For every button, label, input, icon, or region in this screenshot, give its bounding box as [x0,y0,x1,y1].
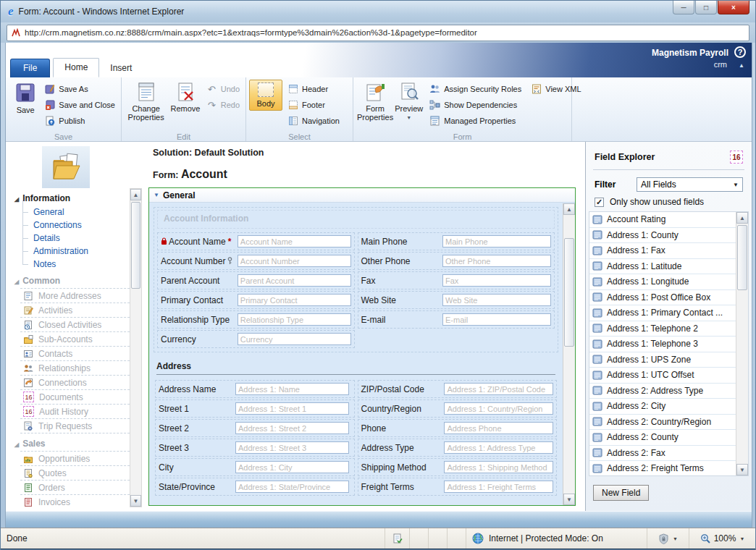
scroll-down-icon[interactable]: ▼ [563,494,575,505]
field-input[interactable] [444,481,553,493]
section-account-information[interactable]: Account Information Account Name * [154,207,558,352]
field-input[interactable] [444,441,553,454]
field-list-item[interactable]: Address 1: UTC Offset [589,368,736,384]
field-account-name[interactable]: Account Name * [157,232,355,250]
tree-section-common[interactable]: ◢Common [7,274,142,288]
field-list-item[interactable]: Address 2: City [589,399,736,415]
nav-item-closed-activities[interactable]: Closed Activities [20,317,133,331]
filter-dropdown[interactable]: All Fields ▼ [637,177,743,192]
managed-properties-button[interactable]: Managed Properties [427,113,524,129]
save-as-button[interactable]: Save As [42,81,118,97]
field-list-item[interactable]: Address 1: County [589,228,736,244]
scroll-up-icon[interactable]: ▲ [736,212,748,224]
nav-item-orders[interactable]: Orders [20,480,133,494]
change-properties-button[interactable]: Change Properties [125,80,167,124]
field-parent-account[interactable]: Parent Account [157,271,355,289]
field-list-item[interactable]: Account Rating [589,212,736,228]
nav-item-sub-accounts[interactable]: Sub-Accounts [20,331,133,346]
navigation-button[interactable]: Navigation [285,113,343,129]
field-address-type[interactable]: Address Type [358,439,558,457]
remove-button[interactable]: Remove [167,80,203,115]
field-list-item[interactable]: Address 2: Fax [589,446,736,462]
field-relationship-type[interactable]: Relationship Type [157,310,355,329]
field-list-item[interactable]: Address 1: Post Office Box [589,290,736,306]
help-icon[interactable]: ? [734,46,746,58]
security-zone-cell[interactable]: Internet | Protected Mode: On [466,528,647,549]
field-list-item[interactable]: Address 1: Primary Contact ... [589,305,736,321]
scrollbar-thumb[interactable] [564,238,574,347]
field-input[interactable] [442,255,551,267]
collapse-section-icon[interactable]: ▼ [154,192,159,198]
field-city[interactable]: City [155,458,355,476]
nav-item-quotes[interactable]: Quotes [20,465,133,480]
field-input[interactable] [235,383,349,395]
scroll-down-icon[interactable]: ▼ [736,464,748,475]
field-account-number[interactable]: Account Number [157,252,355,270]
nav-item-connections[interactable]: Connections [20,375,133,389]
only-unused-checkbox[interactable]: ✓ [595,198,604,207]
form-canvas[interactable]: ▼ General Account Information Account Na… [148,187,576,506]
tree-section-sales[interactable]: ◢Sales [7,436,142,451]
field-fax[interactable]: Fax [358,271,555,289]
field-list-item[interactable]: Address 1: Fax [589,243,736,259]
field-other-phone[interactable]: Other Phone [358,252,555,270]
field-list-item[interactable]: Address 1: Telephone 2 [589,321,736,337]
nav-item-activities[interactable]: Activities [20,302,133,317]
scroll-up-icon[interactable]: ▲ [130,189,141,200]
field-input[interactable] [238,313,351,326]
field-phone[interactable]: Phone [358,419,558,437]
header-button[interactable]: Header [285,81,343,97]
navigation-scrollbar[interactable]: ▲ ▼ [130,188,142,507]
tab-file[interactable]: File [10,59,50,77]
nav-item-documents[interactable]: 16 Documents [20,389,133,404]
close-button[interactable]: × [718,1,749,14]
nav-item-more-addresses[interactable]: More Addresses [20,288,133,302]
address-bar[interactable]: http://crm.magnetism.co.nz:8888/crm/main… [7,25,749,41]
field-input[interactable] [442,313,551,326]
field-input[interactable] [235,402,349,415]
nav-item-audit-history[interactable]: 16 Audit History [20,404,133,418]
field-input[interactable] [238,235,351,248]
field-list-item[interactable]: Address 1: UPS Zone [589,352,736,368]
field-input[interactable] [235,441,349,454]
field-zip-postal-code[interactable]: ZIP/Postal Code [358,380,558,398]
scrollbar-thumb[interactable] [737,225,747,290]
field-list-item[interactable]: Address 1: Longitude [589,274,736,290]
field-input[interactable] [444,383,553,395]
field-input[interactable] [235,422,349,434]
redo-button[interactable]: ↷ Redo [203,97,243,113]
field-street-2[interactable]: Street 2 [155,419,355,437]
scroll-up-icon[interactable]: ▲ [563,203,575,215]
nav-item-opportunities[interactable]: Opportunities [20,451,133,465]
field-input[interactable] [444,402,553,415]
window-titlebar[interactable]: e Form: Account - Windows Internet Explo… [1,1,755,22]
publish-button[interactable]: Publish [42,113,118,129]
field-list-item[interactable]: Address 1: Telephone 3 [589,337,736,352]
zoom-cell[interactable]: 100% ▼ [689,528,755,549]
field-input[interactable] [235,481,349,493]
field-list-scrollbar[interactable]: ▲ ▼ [736,212,748,475]
nav-item-contacts[interactable]: Contacts [20,346,133,360]
footer-button[interactable]: Footer [285,97,343,113]
field-list-item[interactable]: Address 2: Freight Terms [589,461,736,475]
field-country-region[interactable]: Country/Region [358,399,558,418]
field-address-name[interactable]: Address Name [155,380,355,398]
field-input[interactable] [238,294,351,306]
field-input[interactable] [238,274,351,287]
field-web-site[interactable]: Web Site [358,291,555,309]
show-dependencies-button[interactable]: Show Dependencies [427,97,524,113]
view-xml-button[interactable]: View XML [529,81,584,97]
save-button[interactable]: Save [9,80,42,117]
maximize-button[interactable]: □ [695,1,717,14]
scrollbar-thumb[interactable] [131,202,140,289]
field-list-item[interactable]: Address 2: County [589,430,736,446]
field-input[interactable] [444,422,553,434]
field-input[interactable] [238,333,351,345]
body-button[interactable]: Body [249,80,282,111]
save-and-close-button[interactable]: Save and Close [42,97,118,113]
tree-item-notes[interactable]: Notes [7,258,142,271]
field-state-province[interactable]: State/Province [155,478,355,496]
undo-button[interactable]: ↶ Undo [203,81,243,97]
protection-cell[interactable]: ▼ [647,528,689,549]
collapse-ribbon-icon[interactable]: ▲ [739,62,744,69]
